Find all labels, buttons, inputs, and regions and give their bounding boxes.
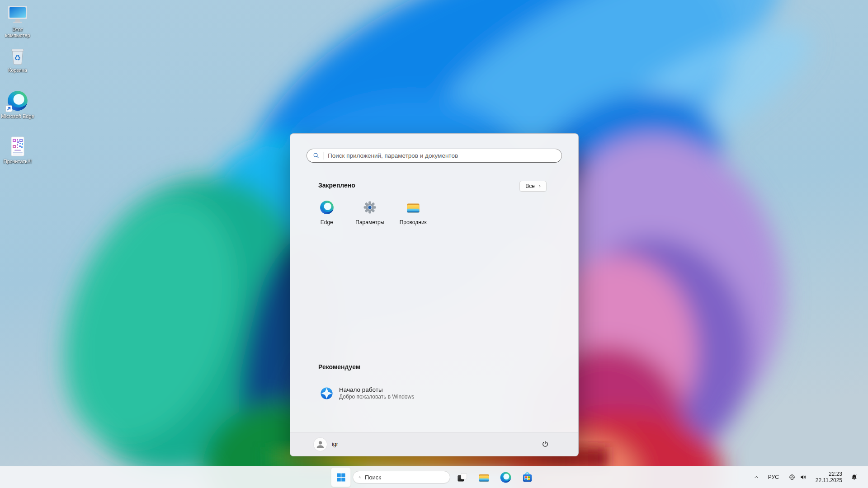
all-apps-label: Все <box>525 183 535 189</box>
shortcut-arrow-icon <box>5 105 12 112</box>
quick-settings-button[interactable] <box>784 468 811 486</box>
pinned-apps-grid: Edge Параметры Проводник <box>305 195 564 234</box>
pinned-section-title: Закреплено <box>318 182 355 189</box>
user-profile-button[interactable]: igr <box>314 438 338 451</box>
volume-icon <box>799 473 807 481</box>
desktop-icon-label: Прочитать!!! <box>4 159 32 164</box>
pinned-app-label: Проводник <box>400 219 427 225</box>
start-button[interactable] <box>331 467 351 487</box>
edge-icon <box>500 471 512 483</box>
recommended-section-title: Рекомендуем <box>318 363 360 371</box>
notification-center-button[interactable] <box>846 468 862 486</box>
pinned-app-label: Параметры <box>355 219 384 225</box>
recycle-bin-icon <box>7 45 28 66</box>
power-icon <box>541 440 550 449</box>
start-menu-footer: igr <box>290 432 578 456</box>
clock-button[interactable]: 22:23 22.11.2025 <box>811 468 846 486</box>
start-search-box[interactable] <box>307 149 562 163</box>
edge-icon <box>319 200 335 215</box>
desktop-icon-this-pc[interactable]: Этот компьютер <box>0 4 35 38</box>
recommended-item-text: Начало работы Добро пожаловать в Windows <box>339 386 414 400</box>
taskbar-center <box>331 466 537 488</box>
chevron-right-icon <box>538 184 542 188</box>
desktop-icon-microsoft-edge[interactable]: Microsoft Edge <box>0 89 35 119</box>
tray-time: 22:23 <box>829 471 842 477</box>
person-icon <box>314 438 327 451</box>
folder-icon <box>406 200 421 215</box>
store-icon <box>521 471 533 483</box>
gear-icon <box>362 200 377 215</box>
pinned-app-explorer[interactable]: Проводник <box>392 195 435 234</box>
system-tray: РУС 22:23 22.11.2025 <box>750 466 868 488</box>
tray-overflow-button[interactable] <box>750 468 763 486</box>
search-icon <box>359 474 361 481</box>
recommended-item-subtitle: Добро пожаловать в Windows <box>339 394 414 400</box>
do-not-disturb-bell-icon <box>850 473 859 482</box>
desktop-icon-label: Этот компьютер <box>0 27 35 38</box>
recommended-item-get-started[interactable]: Начало работы Добро пожаловать в Windows <box>311 380 456 406</box>
taskbar-search-input[interactable] <box>365 474 444 481</box>
qr-document-icon <box>7 136 28 157</box>
search-icon <box>312 152 320 160</box>
desktop-icon-label: Корзина <box>8 67 27 73</box>
text-caret <box>324 152 324 160</box>
chevron-up-icon <box>753 474 760 481</box>
pinned-app-settings[interactable]: Параметры <box>349 195 392 234</box>
taskbar-search-box[interactable] <box>353 471 450 483</box>
start-search-input[interactable] <box>328 152 556 159</box>
microsoft-store-button[interactable] <box>517 467 537 487</box>
taskbar: РУС 22:23 22.11.2025 <box>0 466 868 488</box>
windows-logo-icon <box>336 472 346 483</box>
task-view-button[interactable] <box>452 467 472 487</box>
all-apps-button[interactable]: Все <box>519 181 547 192</box>
file-explorer-button[interactable] <box>474 467 494 487</box>
desktop-icon-readme-qr[interactable]: Прочитать!!! <box>0 136 35 164</box>
network-globe-icon <box>788 473 796 481</box>
avatar <box>314 438 327 451</box>
tray-date: 22.11.2025 <box>816 477 842 483</box>
start-menu: Закреплено Все Edge Параметры Проводник … <box>290 133 579 456</box>
language-indicator[interactable]: РУС <box>763 468 784 486</box>
edge-button[interactable] <box>495 467 515 487</box>
get-started-icon <box>319 386 334 401</box>
power-button[interactable] <box>538 436 553 452</box>
task-view-icon <box>456 471 468 483</box>
edge-icon <box>6 89 29 112</box>
language-label: РУС <box>768 474 779 480</box>
pinned-app-label: Edge <box>321 219 333 225</box>
this-pc-icon <box>7 4 28 25</box>
pinned-app-edge[interactable]: Edge <box>305 195 349 234</box>
recommended-item-title: Начало работы <box>339 386 414 394</box>
user-name: igr <box>332 441 338 447</box>
folder-icon <box>478 471 490 483</box>
desktop-icon-label: Microsoft Edge <box>1 113 34 119</box>
desktop-icon-recycle-bin[interactable]: Корзина <box>0 45 35 73</box>
